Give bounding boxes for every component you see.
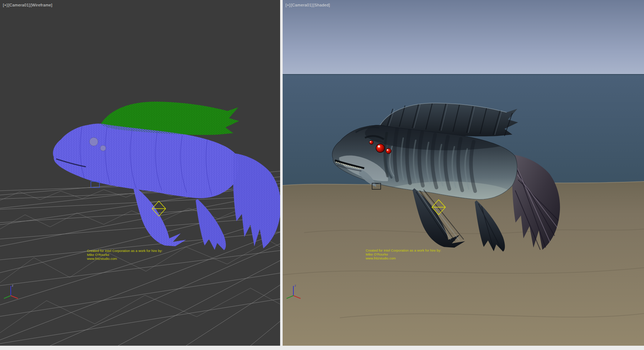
wireframe-mesh-overlay	[53, 102, 280, 250]
watermark: Created for Intel Corporation as a work …	[366, 248, 441, 260]
viewport-shading-label[interactable]: [Wireframe]	[30, 3, 52, 7]
sand	[283, 181, 644, 346]
viewport-shading-label[interactable]: [Shaded]	[313, 3, 330, 7]
axis-z-label: z	[294, 284, 296, 287]
watermark: Created for Intel Corporation as a work …	[87, 249, 162, 261]
watermark-line-1: Created for Intel Corporation as a work …	[366, 248, 441, 252]
eye-medium	[386, 149, 391, 154]
eye-large	[376, 144, 385, 152]
axis-tripod: z	[4, 284, 18, 298]
watermark-line-1: Created for Intel Corporation as a work …	[87, 249, 162, 253]
axis-z-label: z	[12, 284, 14, 287]
viewport-label: [+][Camera01][Wireframe]	[3, 3, 53, 7]
sky	[283, 0, 644, 74]
watermark-line-3: www.fritzstudio.com	[366, 256, 441, 260]
viewport-wireframe[interactable]: z [+][Camera01][Wireframe] Created for I…	[0, 0, 280, 346]
eye-small	[370, 141, 374, 145]
viewport-label: [+][Camera01][Shaded]	[286, 3, 330, 7]
viewport-camera-label[interactable]: [Camera01]	[291, 3, 313, 7]
fish-model[interactable]	[53, 102, 280, 250]
watermark-line-2: Mike O'Rourke	[366, 252, 441, 256]
viewport-menu-button[interactable]: [+]	[3, 3, 8, 7]
viewport-shaded[interactable]: z [+][Camera01][Shaded] Created for Inte…	[283, 0, 644, 346]
watermark-line-2: Mike O'Rourke	[87, 253, 162, 257]
watermark-line-3: www.fritzstudio.com	[87, 257, 162, 261]
viewport-menu-button[interactable]: [+]	[286, 3, 291, 7]
viewport-camera-label[interactable]: [Camera01]	[8, 3, 30, 7]
